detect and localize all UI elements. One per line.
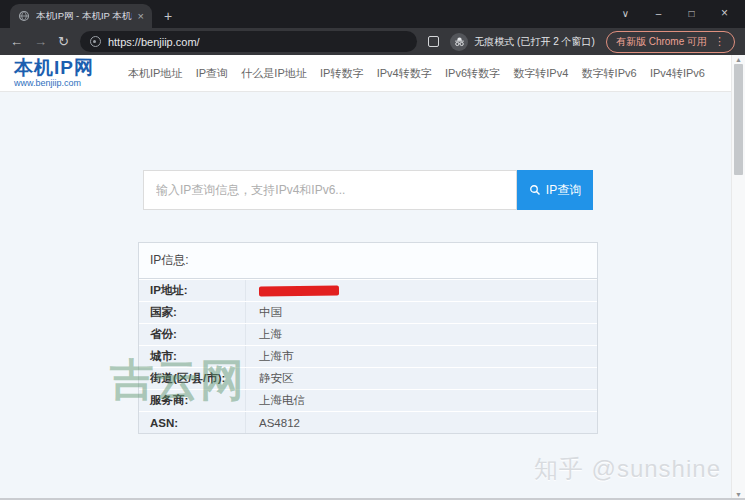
- nav-item[interactable]: IPv4转数字: [377, 66, 432, 81]
- site-info-icon[interactable]: [90, 36, 101, 47]
- nav-item[interactable]: IPv6转数字: [445, 66, 500, 81]
- site-nav: 本机IP地址 IP查询 什么是IP地址 IP转数字 IPv4转数字 IPv6转数…: [128, 66, 705, 81]
- row-value: 静安区: [246, 368, 597, 389]
- tab-search-chevron-icon[interactable]: ∨: [609, 8, 642, 19]
- table-row: 城市: 上海市: [139, 345, 597, 367]
- nav-item[interactable]: 本机IP地址: [128, 66, 182, 81]
- ip-search-form: IP查询: [143, 170, 593, 210]
- incognito-indicator: 无痕模式 (已打开 2 个窗口): [450, 33, 595, 51]
- maximize-button[interactable]: □: [675, 8, 708, 19]
- row-label: IP地址:: [139, 280, 246, 301]
- nav-item[interactable]: IPv4转IPv6: [650, 66, 705, 81]
- scroll-up-icon[interactable]: ▲: [732, 56, 745, 64]
- back-button[interactable]: ←: [10, 35, 23, 48]
- chrome-update-chip[interactable]: 有新版 Chrome 可用 ⋮: [606, 31, 735, 53]
- ip-info-header: IP信息:: [139, 243, 597, 279]
- browser-window: 本机IP网 - 本机IP 本机IP地址 本机 × + ∨ – □ × ← → ↻…: [0, 0, 745, 500]
- row-label: 城市:: [139, 346, 246, 367]
- table-row: 国家: 中国: [139, 301, 597, 323]
- search-icon: [529, 184, 541, 196]
- row-value: AS4812: [246, 412, 597, 433]
- nav-item[interactable]: IP查询: [196, 66, 228, 81]
- tab-preview-icon[interactable]: [428, 36, 439, 47]
- window-controls: ∨ – □ ×: [609, 0, 741, 26]
- logo-subtitle: www.benjiip.com: [14, 79, 94, 89]
- forward-button[interactable]: →: [34, 35, 47, 48]
- minimize-button[interactable]: –: [642, 8, 675, 19]
- nav-item[interactable]: 数字转IPv4: [513, 66, 568, 81]
- ip-table-body: IP地址: 国家: 中国 省份: 上海 城市:: [139, 279, 597, 433]
- row-value: 上海: [246, 324, 597, 345]
- tab-strip: 本机IP网 - 本机IP 本机IP地址 本机 × + ∨ – □ ×: [0, 0, 745, 28]
- row-value: [246, 280, 597, 301]
- watermark-bottom-right: 知乎 @sunshine: [534, 453, 721, 485]
- nav-item[interactable]: 什么是IP地址: [241, 66, 306, 81]
- row-label: 服务商:: [139, 390, 246, 411]
- redaction-bar: [259, 285, 339, 296]
- logo-title: 本机IP网: [14, 58, 94, 79]
- browser-tab[interactable]: 本机IP网 - 本机IP 本机IP地址 本机 ×: [10, 4, 152, 28]
- row-label: 省份:: [139, 324, 246, 345]
- incognito-icon: [450, 33, 468, 51]
- nav-item[interactable]: IP转数字: [320, 66, 363, 81]
- row-value: 中国: [246, 302, 597, 323]
- scrollbar-thumb[interactable]: [734, 64, 743, 175]
- table-row: 街道(区/县/市): 静安区: [139, 367, 597, 389]
- row-label: ASN:: [139, 412, 246, 433]
- search-button-label: IP查询: [546, 182, 581, 199]
- page-content: 本机IP网 www.benjiip.com 本机IP地址 IP查询 什么是IP地…: [0, 55, 745, 500]
- site-logo[interactable]: 本机IP网 www.benjiip.com: [14, 58, 94, 89]
- row-label: 国家:: [139, 302, 246, 323]
- incognito-label: 无痕模式 (已打开 2 个窗口): [474, 35, 595, 49]
- row-label: 街道(区/县/市):: [139, 368, 246, 389]
- ip-search-input[interactable]: [143, 170, 517, 210]
- ip-info-table: IP信息: IP地址: 国家: 中国 省份: 上海: [138, 242, 598, 434]
- url-text[interactable]: https://benjiip.com/: [108, 36, 200, 48]
- table-row: IP地址:: [139, 279, 597, 301]
- browser-menu-icon[interactable]: ⋮: [714, 36, 725, 47]
- row-value: 上海电信: [246, 390, 597, 411]
- address-bar[interactable]: https://benjiip.com/: [80, 31, 417, 52]
- table-row: 省份: 上海: [139, 323, 597, 345]
- table-row: ASN: AS4812: [139, 411, 597, 433]
- tab-close-icon[interactable]: ×: [138, 11, 144, 22]
- site-header: 本机IP网 www.benjiip.com 本机IP地址 IP查询 什么是IP地…: [0, 55, 745, 91]
- new-tab-button[interactable]: +: [164, 9, 172, 23]
- globe-favicon-icon: [18, 10, 30, 22]
- tab-title: 本机IP网 - 本机IP 本机IP地址 本机: [36, 10, 132, 23]
- ip-search-button[interactable]: IP查询: [517, 170, 593, 210]
- table-row: 服务商: 上海电信: [139, 389, 597, 411]
- reload-button[interactable]: ↻: [58, 35, 69, 48]
- nav-item[interactable]: 数字转IPv6: [582, 66, 637, 81]
- page-scrollbar[interactable]: ▲ ▼: [731, 55, 745, 500]
- row-value: 上海市: [246, 346, 597, 367]
- close-window-button[interactable]: ×: [708, 6, 741, 20]
- browser-toolbar: ← → ↻ https://benjiip.com/ 无痕模式 (已打开 2 个…: [0, 28, 745, 55]
- chrome-update-label: 有新版 Chrome 可用: [616, 35, 707, 49]
